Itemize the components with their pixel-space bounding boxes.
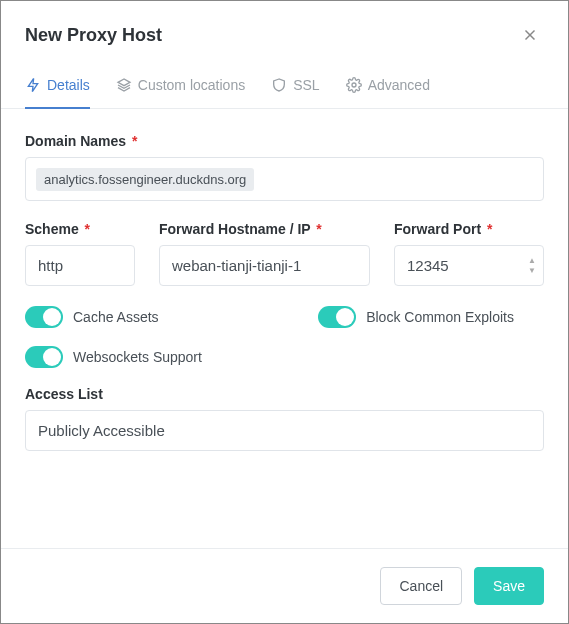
tab-custom-locations[interactable]: Custom locations [116,65,245,109]
scheme-select[interactable]: http [25,245,135,286]
domain-names-label: Domain Names * [25,133,544,149]
block-exploits-toggle[interactable] [318,306,356,328]
tabs: Details Custom locations SSL Advanced [1,65,568,109]
required-mark: * [132,133,137,149]
port-input-wrap: ▲ ▼ [394,245,544,286]
svg-point-3 [352,83,356,87]
close-button[interactable] [516,21,544,49]
modal-body: Domain Names * analytics.fossengineer.du… [1,109,568,548]
tab-advanced[interactable]: Advanced [346,65,430,109]
port-label-text: Forward Port [394,221,481,237]
scheme-group: Scheme * http [25,221,135,286]
websockets-toggle-item[interactable]: Websockets Support [25,346,202,368]
tab-details[interactable]: Details [25,65,90,109]
modal-title: New Proxy Host [25,25,162,46]
domain-names-label-text: Domain Names [25,133,126,149]
save-button[interactable]: Save [474,567,544,605]
port-stepper[interactable]: ▲ ▼ [526,256,538,276]
chevron-down-icon[interactable]: ▼ [526,266,538,276]
hostname-group: Forward Hostname / IP * [159,221,370,286]
modal-footer: Cancel Save [1,548,568,623]
port-group: Forward Port * ▲ ▼ [394,221,544,286]
cache-assets-toggle-item[interactable]: Cache Assets [25,306,159,328]
tab-custom-locations-label: Custom locations [138,77,245,93]
block-exploits-toggle-item[interactable]: Block Common Exploits [318,306,514,328]
access-list-label: Access List [25,386,544,402]
tab-ssl-label: SSL [293,77,319,93]
domain-names-input[interactable]: analytics.fossengineer.duckdns.org [25,157,544,201]
access-list-group: Access List Publicly Accessible [25,386,544,451]
bolt-icon [25,77,41,93]
shield-icon [271,77,287,93]
scheme-label: Scheme * [25,221,135,237]
tab-details-label: Details [47,77,90,93]
close-icon [521,26,539,44]
required-mark: * [487,221,492,237]
block-exploits-label: Block Common Exploits [366,309,514,325]
port-input[interactable] [394,245,544,286]
modal-header: New Proxy Host [1,1,568,65]
required-mark: * [85,221,90,237]
hostname-label: Forward Hostname / IP * [159,221,370,237]
cache-assets-toggle[interactable] [25,306,63,328]
forward-row: Scheme * http Forward Hostname / IP * Fo… [25,221,544,286]
gear-icon [346,77,362,93]
websockets-label: Websockets Support [73,349,202,365]
toggles-row-1: Cache Assets Block Common Exploits [25,306,544,328]
domain-names-group: Domain Names * analytics.fossengineer.du… [25,133,544,201]
access-list-select[interactable]: Publicly Accessible [25,410,544,451]
tab-advanced-label: Advanced [368,77,430,93]
toggles-row-2: Websockets Support [25,346,544,368]
chevron-up-icon[interactable]: ▲ [526,256,538,266]
required-mark: * [316,221,321,237]
websockets-toggle[interactable] [25,346,63,368]
layers-icon [116,77,132,93]
cache-assets-label: Cache Assets [73,309,159,325]
port-label: Forward Port * [394,221,544,237]
new-proxy-host-modal: New Proxy Host Details Custom locations … [0,0,569,624]
domain-tag[interactable]: analytics.fossengineer.duckdns.org [36,168,254,191]
cancel-button[interactable]: Cancel [380,567,462,605]
hostname-input[interactable] [159,245,370,286]
scheme-label-text: Scheme [25,221,79,237]
tab-ssl[interactable]: SSL [271,65,319,109]
svg-marker-2 [118,79,130,86]
hostname-label-text: Forward Hostname / IP [159,221,310,237]
